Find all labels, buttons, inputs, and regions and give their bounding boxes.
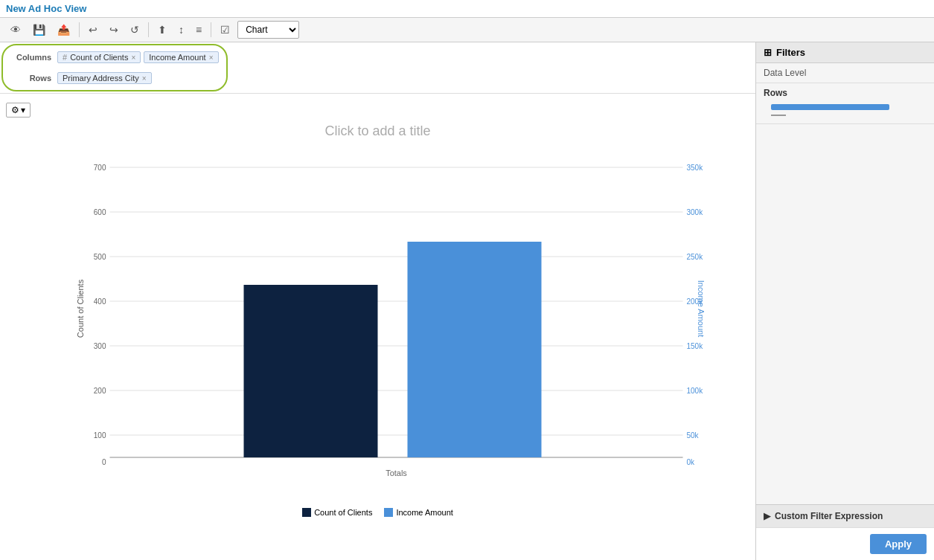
check-btn[interactable]: ☑: [216, 21, 234, 39]
chart-type-select[interactable]: Chart Table Crosstab: [237, 21, 299, 39]
move-btn[interactable]: ⬆: [153, 21, 171, 39]
svg-text:300: 300: [94, 342, 106, 350]
columns-row: Columns # Count of Clients × Income Amou…: [4, 47, 225, 68]
export-btn[interactable]: 📤: [53, 21, 74, 39]
tag-count-label: Count of Clients: [70, 53, 128, 62]
apply-button[interactable]: Apply: [870, 534, 927, 554]
chart-area: ⚙ ▾ Click to add a title: [0, 94, 755, 560]
hash-icon: #: [63, 53, 67, 62]
gear-dropdown-icon: ▾: [21, 105, 25, 115]
svg-text:100k: 100k: [687, 387, 704, 395]
refresh-btn[interactable]: ↺: [126, 21, 144, 39]
svg-text:700: 700: [94, 164, 106, 172]
tag-city-close[interactable]: ×: [142, 74, 147, 83]
chart-toolbar: ⚙ ▾: [0, 100, 755, 120]
legend-count: Count of Clients: [302, 508, 372, 517]
divider-3: [211, 22, 211, 37]
rows-label: Rows: [10, 74, 51, 83]
fields-bar: Columns # Count of Clients × Income Amou…: [0, 42, 755, 94]
custom-filter-label: Custom Filter Expression: [775, 511, 883, 521]
divider-1: [79, 22, 80, 37]
expand-icon: ▶: [764, 511, 770, 521]
list-btn[interactable]: ≡: [191, 21, 206, 39]
legend-count-label: Count of Clients: [314, 508, 372, 517]
sidebar-data-level: Data Level: [756, 63, 934, 83]
svg-text:200: 200: [94, 387, 106, 395]
sort-btn[interactable]: ↕: [174, 21, 188, 39]
tag-income-amount[interactable]: Income Amount ×: [144, 51, 218, 63]
legend-income-label: Income Amount: [396, 508, 452, 517]
svg-text:150k: 150k: [687, 342, 704, 350]
svg-text:Income Amount: Income Amount: [697, 280, 706, 337]
rows-bar: [771, 104, 889, 110]
svg-text:0k: 0k: [687, 458, 696, 466]
save-btn[interactable]: 💾: [28, 21, 50, 39]
sidebar-spacer: [756, 124, 934, 504]
columns-label: Columns: [10, 53, 51, 62]
rows-row: Rows Primary Address City ×: [4, 68, 225, 88]
bar-income-amount: [408, 242, 542, 457]
legend-count-swatch: [302, 508, 311, 517]
svg-text:400: 400: [94, 297, 106, 306]
apply-btn-row: Apply: [756, 527, 934, 560]
gear-btn[interactable]: ⚙ ▾: [6, 103, 31, 118]
tag-city-label: Primary Address City: [63, 74, 139, 83]
chart-title[interactable]: Click to add a title: [0, 123, 755, 139]
svg-text:500: 500: [94, 253, 106, 261]
filter-icon: ⊞: [764, 47, 772, 58]
sidebar-filters-header: ⊞ Filters: [756, 42, 934, 63]
undo-btn[interactable]: ↩: [84, 21, 102, 39]
view-toggle-btn[interactable]: 👁: [6, 21, 25, 39]
column-tags: # Count of Clients × Income Amount ×: [57, 51, 219, 63]
sidebar-rows-section: Rows: [756, 83, 934, 124]
svg-text:Totals: Totals: [386, 469, 407, 477]
rows-content: [764, 101, 927, 119]
svg-text:Count of Clients: Count of Clients: [76, 279, 85, 338]
svg-text:350k: 350k: [687, 164, 704, 172]
svg-text:100: 100: [94, 431, 106, 440]
tag-count-close[interactable]: ×: [131, 54, 135, 62]
legend-income-swatch: [384, 508, 393, 517]
bar-count-of-clients: [244, 285, 378, 457]
rows-bar-sub: [771, 115, 786, 116]
custom-filter-header[interactable]: ▶ Custom Filter Expression: [764, 511, 927, 521]
chart-svg: 700 600 500 400 300 200 100 0 350k 300k …: [45, 145, 733, 502]
gear-icon: ⚙: [11, 105, 19, 115]
row-tags: Primary Address City ×: [57, 72, 219, 84]
svg-text:250k: 250k: [687, 253, 704, 261]
svg-text:50k: 50k: [687, 431, 700, 440]
tag-primary-city[interactable]: Primary Address City ×: [57, 72, 152, 84]
data-level-label: Data Level: [764, 68, 806, 78]
chart-legend: Count of Clients Income Amount: [0, 508, 755, 517]
svg-text:0: 0: [102, 458, 106, 466]
svg-text:300k: 300k: [687, 208, 704, 216]
toolbar: 👁 💾 📤 ↩ ↪ ↺ ⬆ ↕ ≡ ☑ Chart Table Crosstab: [0, 18, 934, 42]
tag-income-label: Income Amount: [149, 53, 205, 62]
app-title: New Ad Hoc View: [6, 3, 86, 14]
sidebar-filters-title: Filters: [776, 47, 805, 58]
divider-2: [148, 22, 149, 37]
sidebar: ⊞ Filters Data Level Rows ▶ Custom Filte…: [755, 42, 934, 560]
rows-section-title: Rows: [764, 88, 927, 98]
tag-count-of-clients[interactable]: # Count of Clients ×: [57, 51, 141, 63]
svg-text:600: 600: [94, 208, 106, 216]
redo-btn[interactable]: ↪: [105, 21, 123, 39]
legend-income: Income Amount: [384, 508, 452, 517]
tag-income-close[interactable]: ×: [209, 54, 214, 62]
custom-filter-section: ▶ Custom Filter Expression: [756, 504, 934, 527]
